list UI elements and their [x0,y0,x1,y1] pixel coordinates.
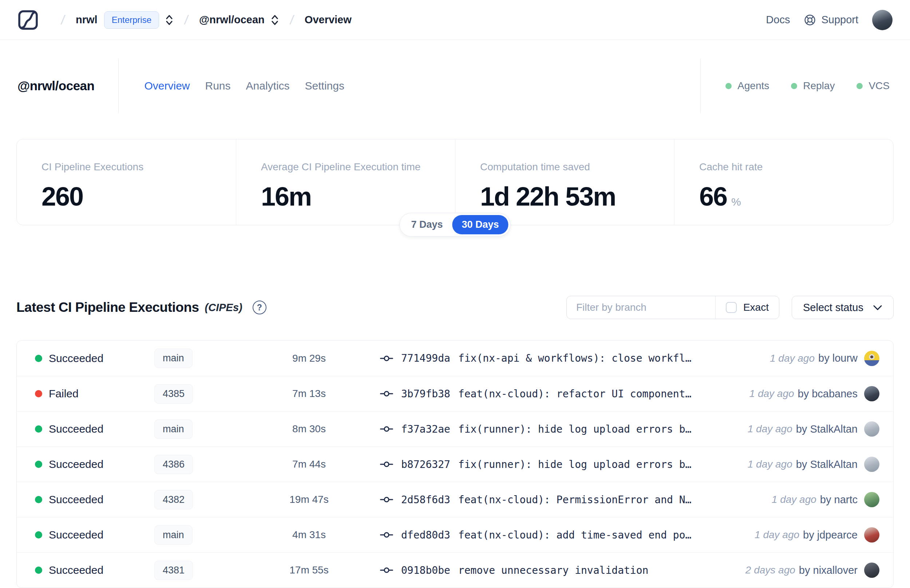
breadcrumb-workspace[interactable]: @nrwl/ocean [199,14,265,26]
branch-filter-group: Exact [566,296,779,319]
workspace-header: @nrwl/ocean Overview Runs Analytics Sett… [0,72,910,100]
status-replay[interactable]: Replay [791,80,835,92]
green-dot-icon [857,83,863,89]
stat-ci-pipeline-executions: CI Pipeline Executions 260 [17,139,236,225]
git-commit-icon [380,389,393,398]
stat-label: Average CI Pipeline Execution time [261,161,448,173]
commit-cell: b8726327 fix(runner): hide log upload er… [380,459,748,470]
commit-hash: 2d58f6d3 [401,494,450,506]
author: by lourw [818,352,858,364]
table-row[interactable]: Succeeded main 4m 31s dfed80d3 feat(nx-c… [17,517,893,552]
branch-badge: 4381 [154,561,193,580]
tab-analytics[interactable]: Analytics [246,80,290,92]
breadcrumb-separator: / [60,12,66,27]
exact-filter: Exact [715,296,779,319]
workspace-tabs: Overview Runs Analytics Settings [144,80,344,92]
help-icon[interactable]: ? [253,300,267,314]
branch-badge: main [154,349,192,368]
status-agents[interactable]: Agents [726,80,769,92]
commit-cell: f37a32ae fix(runner): hide log upload er… [380,423,748,435]
commit-message: feat(nx-cloud): refactor UI component… [458,388,692,400]
support-link[interactable]: Support [804,14,858,26]
stat-computation-time-saved: Computation time saved 1d 22h 53m [455,139,674,225]
row-meta: 1 day ago by lourw [770,351,893,366]
author-avatar [864,351,879,366]
author: by bcabanes [798,388,858,400]
commit-hash: dfed80d3 [401,529,450,541]
enterprise-badge: Enterprise [104,11,159,29]
status-dot-success [35,496,42,503]
time-ago: 2 days ago [745,564,795,576]
author: by jdpearce [803,529,858,541]
stat-cards: CI Pipeline Executions 260 Average CI Pi… [16,139,894,225]
breadcrumb-page[interactable]: Overview [305,14,352,26]
time-ago: 1 day ago [772,494,816,506]
table-row[interactable]: Failed 4385 7m 13s 3b79fb38 feat(nx-clou… [17,376,893,411]
branch-badge: 4386 [154,455,193,474]
author: by StalkAltan [796,459,858,470]
stat-value: 1d 22h 53m [480,182,616,212]
git-commit-icon [380,495,393,504]
green-dot-icon [726,83,732,89]
lifebuoy-icon [804,14,816,26]
commit-cell: dfed80d3 feat(nx-cloud): add time-saved … [380,529,755,541]
table-row[interactable]: Succeeded 4381 17m 55s 0918b0be remove u… [17,552,893,588]
commit-message: fix(runner): hide log upload errors b… [458,423,692,435]
author-avatar [864,386,879,401]
stat-value: 66 [699,182,727,212]
status-label: Succeeded [49,352,154,365]
status-label: Succeeded [49,423,154,435]
tab-runs[interactable]: Runs [205,80,231,92]
commit-message: remove unnecessary invalidation [458,564,649,577]
table-row[interactable]: Succeeded 4386 7m 44s b8726327 fix(runne… [17,446,893,482]
toggle-30-days[interactable]: 30 Days [452,215,508,234]
commit-hash: f37a32ae [401,423,450,435]
table-row[interactable]: Succeeded 4382 19m 47s 2d58f6d3 feat(nx-… [17,482,893,517]
divider [118,58,119,113]
row-meta: 1 day ago by StalkAltan [748,457,893,472]
table-row[interactable]: Succeeded main 9m 29s 771499da fix(nx-ap… [17,341,893,376]
status-agents-label: Agents [737,80,769,92]
duration: 9m 29s [245,352,373,364]
row-meta: 1 day ago by nartc [772,492,893,507]
exact-checkbox[interactable] [726,302,737,313]
status-label: Succeeded [49,458,154,470]
user-avatar[interactable] [872,10,892,30]
toggle-7-days[interactable]: 7 Days [401,215,452,234]
status-select-label: Select status [803,302,863,313]
nx-logo-icon [18,10,39,31]
commit-cell: 3b79fb38 feat(nx-cloud): refactor UI com… [380,388,750,400]
git-commit-icon [380,354,393,363]
org-switcher-icon[interactable] [165,13,174,27]
status-replay-label: Replay [803,80,835,92]
breadcrumb-separator: / [289,12,295,27]
support-label: Support [821,14,858,26]
docs-link[interactable]: Docs [766,14,790,26]
stat-average-execution-time: Average CI Pipeline Execution time 16m [236,139,455,225]
tab-overview[interactable]: Overview [144,80,190,92]
table-row[interactable]: Succeeded main 8m 30s f37a32ae fix(runne… [17,411,893,446]
row-meta: 2 days ago by nixallover [745,562,893,578]
stat-label: CI Pipeline Executions [42,161,229,173]
status-label: Succeeded [49,564,154,577]
status-dot-success [35,460,42,468]
commit-message: fix(runner): hide log upload errors b… [458,459,692,470]
duration: 8m 30s [245,423,373,435]
stat-label: Computation time saved [480,161,667,173]
status-label: Succeeded [49,529,154,541]
tab-settings[interactable]: Settings [305,80,344,92]
status-dot-success [35,531,42,538]
workspace-switcher-icon[interactable] [270,13,279,27]
author: by nartc [820,494,858,506]
status-vcs[interactable]: VCS [857,80,890,92]
commit-hash: 3b79fb38 [401,388,450,400]
row-meta: 1 day ago by bcabanes [750,386,893,401]
cipe-table: Succeeded main 9m 29s 771499da fix(nx-ap… [16,340,894,588]
commit-cell: 771499da fix(nx-api & workflows): close … [380,352,770,364]
git-commit-icon [380,530,393,539]
duration: 7m 13s [245,388,373,399]
branch-filter-input[interactable] [567,296,715,319]
status-select-dropdown[interactable]: Select status [792,296,894,319]
breadcrumb-org[interactable]: nrwl [76,14,97,26]
nx-cloud-logo[interactable] [18,10,39,31]
